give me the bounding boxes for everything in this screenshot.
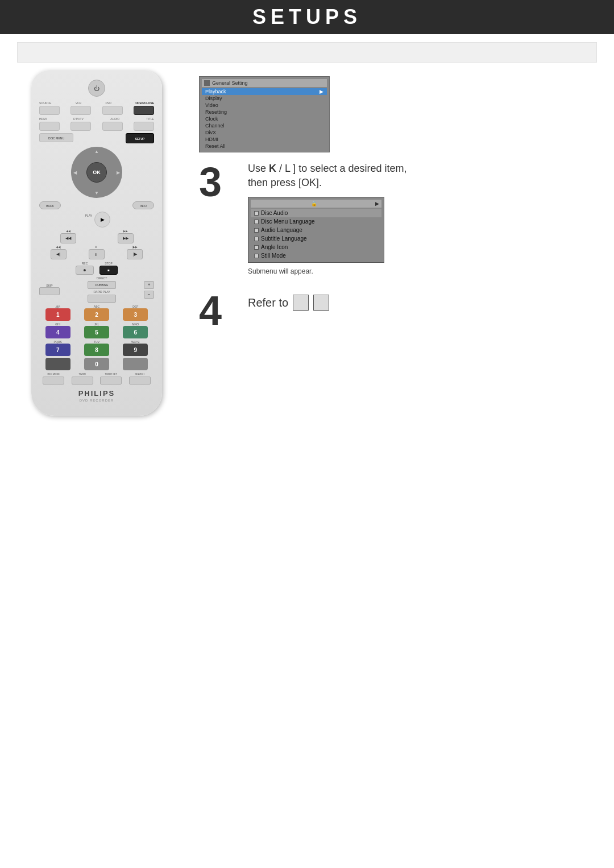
rew-label: ◀◀	[66, 229, 70, 233]
open-close-button[interactable]	[134, 106, 154, 115]
dubbing-button[interactable]: DUBBING	[88, 281, 116, 289]
checkbox-disc-audio	[254, 211, 259, 216]
menu-item-divx[interactable]: DivX	[202, 129, 327, 136]
submenu-item-disc-audio[interactable]: Disc Audio	[251, 209, 381, 217]
num2-button[interactable]: 2	[84, 308, 109, 321]
menu-item-resetting[interactable]: Resetting	[202, 109, 327, 115]
disc-menu-label: DISC MENU	[48, 137, 64, 140]
timer-label: TIMER	[79, 373, 86, 375]
play-row: PLAY ▶	[39, 212, 154, 228]
num7-button[interactable]: 7	[45, 344, 70, 356]
next-label: |▶▶	[132, 245, 138, 249]
hash-button[interactable]	[123, 358, 148, 370]
num0-button[interactable]: 0	[84, 358, 109, 370]
menu-item-hdmi[interactable]: HDMI	[202, 136, 327, 143]
step4-content: Refer to	[248, 290, 597, 311]
hdmi-button[interactable]	[39, 122, 60, 131]
submenu-item-audio-lang[interactable]: Audio Language	[251, 226, 381, 234]
dpad[interactable]: ▲ ◀ OK ▶ ▼	[71, 147, 122, 198]
num8-button[interactable]: 8	[84, 344, 109, 356]
audio-button[interactable]	[102, 122, 123, 131]
main-content: ⏻ SOURCE VCR DVD OPEN/CLOSE HDMI DTV/TV …	[0, 71, 614, 416]
power-button[interactable]: ⏻	[88, 80, 105, 97]
rapid-play-button[interactable]	[88, 295, 116, 303]
rew-button[interactable]: ◀◀	[60, 233, 76, 243]
num5-button[interactable]: 5	[84, 326, 109, 338]
skip-button[interactable]	[39, 287, 60, 295]
pause-button[interactable]: ⏸	[89, 249, 105, 259]
dpad-up-icon[interactable]: ▲	[94, 149, 99, 154]
menu-item-display[interactable]: Display	[202, 95, 327, 102]
num4-cell: GHI 4	[39, 323, 76, 338]
search-col: SEARCH	[129, 373, 151, 385]
step3-text: Use K / L ] to select a desired item,the…	[248, 162, 597, 190]
menu-item-channel[interactable]: Channel	[202, 122, 327, 129]
stop-button[interactable]: ■	[99, 266, 118, 275]
transport-row: ◀◀ ◀◀ ▶▶ ▶▶	[39, 229, 154, 243]
dtv-button[interactable]	[70, 122, 91, 131]
timer-col: TIMER	[72, 373, 93, 385]
menu-header-title: General Setting	[212, 80, 248, 86]
play-button[interactable]: ▶	[94, 212, 110, 228]
dvd-button[interactable]	[102, 106, 123, 115]
num4-button[interactable]: 4	[45, 326, 70, 338]
source-label: SOURCE	[39, 101, 51, 105]
rec-stop-row: REC ⏺ STOP ■	[39, 262, 154, 275]
num1-button[interactable]: 1	[45, 308, 70, 321]
hdmi-btns-row	[39, 122, 154, 131]
submenu-item-disc-menu-lang[interactable]: Disc Menu Language	[251, 217, 381, 226]
ffw-col: ▶▶ ▶▶	[118, 229, 134, 243]
timer-button[interactable]	[72, 377, 93, 385]
rapid-play-label: RAPID PLAY	[93, 290, 110, 294]
ffw-button[interactable]: ▶▶	[118, 233, 134, 243]
submenu-item-subtitle-lang[interactable]: Subtitle Language	[251, 234, 381, 243]
num3-button[interactable]: 3	[123, 308, 148, 321]
dpad-left-icon[interactable]: ◀	[73, 170, 77, 175]
rec-mode-button[interactable]	[43, 377, 64, 385]
submenu-item-still-mode[interactable]: Still Mode	[251, 251, 381, 260]
vcr-button[interactable]	[70, 106, 91, 115]
timer-set-button[interactable]	[100, 377, 122, 385]
hdmi-label: HDMI	[39, 117, 47, 121]
submenu-item-angle-icon[interactable]: Angle Icon	[251, 243, 381, 251]
vol-up-button[interactable]: +	[144, 281, 154, 289]
info-button[interactable]: INFO	[132, 201, 154, 209]
setup-button[interactable]: SETUP	[126, 133, 154, 143]
ffw-label: ▶▶	[123, 229, 128, 233]
num-star-cell	[39, 358, 76, 370]
num9-button[interactable]: 9	[123, 344, 148, 356]
disc-menu-button[interactable]: DISC MENU	[39, 133, 73, 142]
num1-cell: .@/: 1	[39, 305, 76, 321]
dpad-down-icon[interactable]: ▼	[94, 191, 99, 196]
back-button[interactable]: BACK	[39, 201, 61, 209]
page-title: SETUPS	[252, 5, 362, 29]
num-hash-cell	[117, 358, 154, 370]
prev-button[interactable]: ◀|	[51, 249, 67, 259]
menu-item-clock[interactable]: Clock	[202, 115, 327, 122]
next-col: |▶▶ |▶	[127, 245, 143, 259]
title-button[interactable]	[134, 122, 154, 131]
vol-down-button[interactable]: −	[144, 291, 154, 299]
dpad-right-icon[interactable]: ▶	[117, 170, 120, 175]
step3-number: 3	[199, 162, 239, 202]
rec-button[interactable]: ⏺	[76, 266, 94, 275]
step3-content: Use K / L ] to select a desired item,the…	[248, 162, 597, 275]
checkbox-disc-menu-lang	[254, 220, 259, 224]
search-button[interactable]	[129, 377, 151, 385]
arrow-right-icon: ▶	[375, 201, 379, 206]
num6-button[interactable]: 6	[123, 326, 148, 338]
dvd-label-btn: DVD	[105, 101, 111, 105]
ok-button[interactable]: OK	[86, 162, 107, 183]
next-button[interactable]: |▶	[127, 249, 143, 259]
subtitle-bar	[17, 42, 597, 63]
menu-item-video[interactable]: Video	[202, 102, 327, 109]
menu-item-playback[interactable]: Playback ▶	[202, 88, 327, 95]
step4-number: 4	[199, 290, 239, 331]
star-button[interactable]	[45, 358, 70, 370]
rec-mode-col: REC MODE	[43, 373, 64, 385]
vcr-label: VCR	[76, 101, 82, 105]
skip-row: SKIP DIRECT DUBBING RAPID PLAY + −	[39, 276, 154, 303]
source-button[interactable]	[39, 106, 60, 115]
menu-item-reset-all[interactable]: Reset All	[202, 143, 327, 150]
refer-line: Refer to	[248, 295, 597, 311]
